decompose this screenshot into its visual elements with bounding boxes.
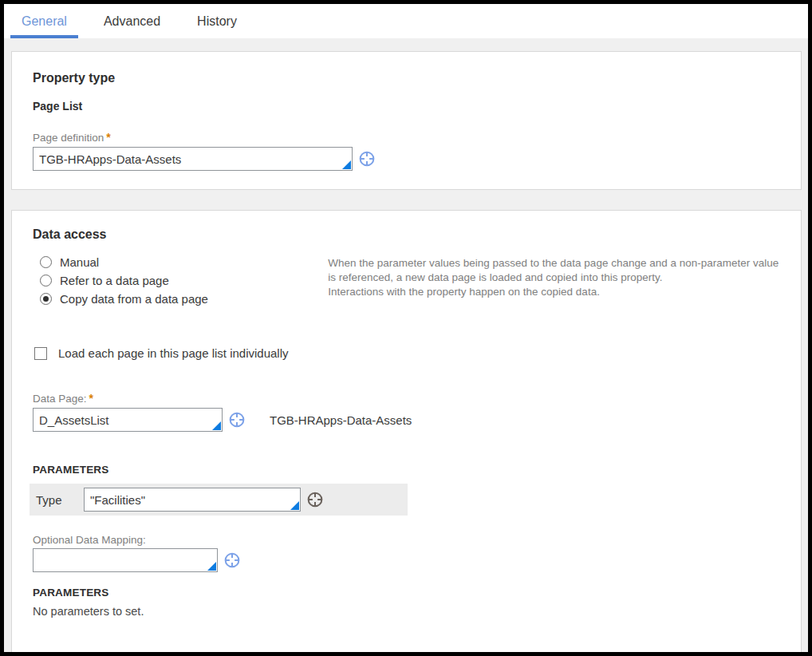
required-asterisk: * — [106, 131, 110, 144]
data-access-help-text: When the parameter values being passed t… — [328, 256, 785, 308]
load-individually-row: Load each page in this page list individ… — [34, 346, 785, 360]
optional-data-mapping-label: Optional Data Mapping: — [33, 534, 785, 546]
page-definition-input-wrap — [33, 147, 353, 171]
crosshair-target-icon[interactable] — [306, 491, 324, 508]
page-definition-input[interactable] — [34, 148, 352, 170]
tab-advanced-label: Advanced — [104, 14, 160, 29]
tab-history-label: History — [197, 14, 237, 29]
optional-data-mapping-input-wrap — [33, 548, 218, 572]
autocomplete-triangle-icon[interactable] — [207, 562, 216, 571]
no-parameters-text: No parameters to set. — [33, 605, 785, 618]
radio-manual-label: Manual — [60, 255, 99, 269]
radio-copy-from-data-page[interactable]: Copy data from a data page — [40, 290, 328, 308]
page-definition-label: Page definition — [33, 132, 104, 144]
crosshair-target-icon[interactable] — [228, 411, 246, 429]
autocomplete-triangle-icon[interactable] — [290, 501, 299, 510]
data-page-input[interactable] — [34, 409, 222, 431]
data-access-heading: Data access — [33, 227, 785, 242]
radio-manual-circle — [40, 256, 52, 268]
property-type-panel: Property type Page List Page definition* — [11, 51, 802, 190]
parameters-heading: PARAMETERS — [33, 464, 785, 476]
data-page-class-text: TGB-HRApps-Data-Assets — [270, 413, 412, 427]
parameter-type-input[interactable] — [85, 488, 300, 511]
data-access-radio-group: Manual Refer to a data page Copy data fr… — [33, 253, 328, 308]
tab-history[interactable]: History — [186, 4, 248, 38]
data-page-input-wrap — [33, 408, 223, 432]
parameter-type-input-wrap — [84, 488, 301, 512]
property-rule-form: General Advanced History Property type P… — [0, 0, 812, 656]
autocomplete-triangle-icon[interactable] — [212, 421, 221, 430]
form-content: Property type Page List Page definition* — [4, 38, 808, 654]
load-individually-checkbox[interactable] — [34, 347, 47, 360]
radio-refer-label: Refer to a data page — [60, 274, 169, 287]
load-individually-label: Load each page in this page list individ… — [58, 346, 289, 360]
radio-refer-circle — [40, 275, 52, 287]
help-paragraph-2: Interactions with the property happen on… — [328, 285, 785, 299]
radio-manual[interactable]: Manual — [40, 253, 328, 271]
property-type-heading: Property type — [33, 71, 785, 85]
data-page-label: Data Page: — [33, 393, 87, 405]
property-subtype-label: Page List — [33, 100, 785, 113]
radio-copy-circle — [40, 293, 52, 305]
parameters-heading-2: PARAMETERS — [33, 587, 785, 599]
crosshair-target-icon[interactable] — [358, 150, 376, 168]
tab-general[interactable]: General — [10, 4, 78, 38]
parameter-type-label: Type — [36, 493, 84, 507]
optional-data-mapping-input[interactable] — [34, 549, 217, 571]
help-paragraph-1: When the parameter values being passed t… — [328, 256, 785, 285]
radio-refer-to-data-page[interactable]: Refer to a data page — [40, 271, 328, 290]
tab-general-label: General — [22, 14, 67, 29]
tab-advanced[interactable]: Advanced — [93, 4, 171, 38]
radio-copy-label: Copy data from a data page — [60, 292, 208, 306]
crosshair-target-icon[interactable] — [223, 551, 241, 569]
autocomplete-triangle-icon[interactable] — [342, 160, 351, 169]
data-page-required-asterisk: * — [89, 392, 93, 405]
tab-bar: General Advanced History — [4, 4, 808, 38]
parameter-type-row: Type — [30, 484, 408, 516]
data-access-panel: Data access Manual Refer to a data page … — [11, 210, 802, 654]
